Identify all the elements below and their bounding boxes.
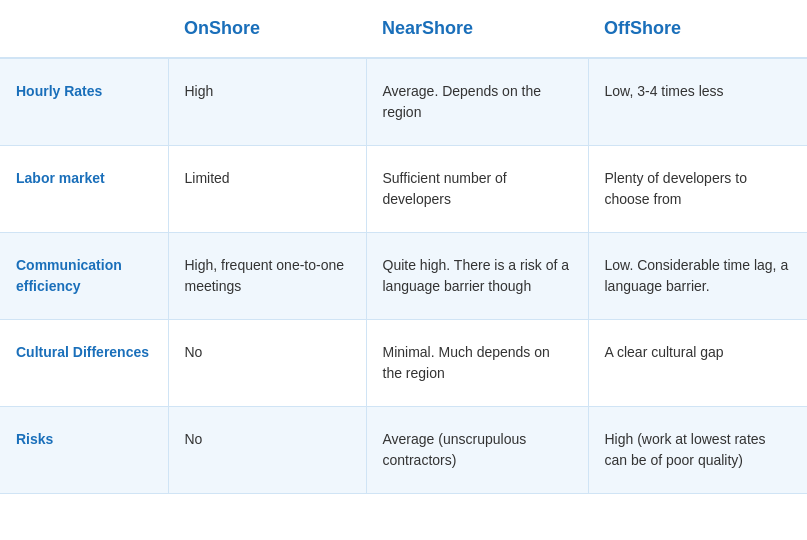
table-header-row: OnShore NearShore OffShore	[0, 0, 807, 58]
header-onshore: OnShore	[168, 0, 366, 58]
row-onshore: Limited	[168, 146, 366, 233]
row-onshore: High, frequent one-to-one meetings	[168, 233, 366, 320]
row-offshore: Plenty of developers to choose from	[588, 146, 807, 233]
row-label: Hourly Rates	[0, 58, 168, 146]
table-row: Hourly RatesHighAverage. Depends on the …	[0, 58, 807, 146]
row-offshore: High (work at lowest rates can be of poo…	[588, 407, 807, 494]
row-nearshore: Average. Depends on the region	[366, 58, 588, 146]
row-label: Communication efficiency	[0, 233, 168, 320]
row-offshore: Low. Considerable time lag, a language b…	[588, 233, 807, 320]
table-row: Labor marketLimitedSufficient number of …	[0, 146, 807, 233]
table-row: Cultural DifferencesNoMinimal. Much depe…	[0, 320, 807, 407]
header-offshore: OffShore	[588, 0, 807, 58]
row-label: Risks	[0, 407, 168, 494]
row-onshore: No	[168, 320, 366, 407]
header-label	[0, 0, 168, 58]
row-offshore: A clear cultural gap	[588, 320, 807, 407]
table-row: RisksNoAverage (unscrupulous contractors…	[0, 407, 807, 494]
comparison-table-container: OnShore NearShore OffShore Hourly RatesH…	[0, 0, 807, 494]
row-nearshore: Sufficient number of developers	[366, 146, 588, 233]
row-offshore: Low, 3-4 times less	[588, 58, 807, 146]
row-onshore: High	[168, 58, 366, 146]
row-nearshore: Average (unscrupulous contractors)	[366, 407, 588, 494]
header-nearshore: NearShore	[366, 0, 588, 58]
row-label: Cultural Differences	[0, 320, 168, 407]
row-nearshore: Quite high. There is a risk of a languag…	[366, 233, 588, 320]
comparison-table: OnShore NearShore OffShore Hourly RatesH…	[0, 0, 807, 494]
row-nearshore: Minimal. Much depends on the region	[366, 320, 588, 407]
row-onshore: No	[168, 407, 366, 494]
row-label: Labor market	[0, 146, 168, 233]
table-row: Communication efficiencyHigh, frequent o…	[0, 233, 807, 320]
